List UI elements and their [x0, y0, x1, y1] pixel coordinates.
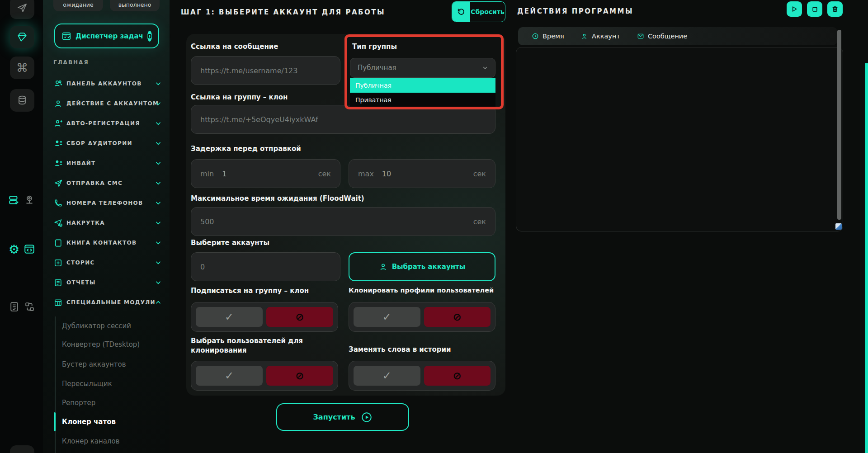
- group-type-select[interactable]: Публичная: [350, 58, 495, 78]
- step-title: ШАГ 1: ВЫБЕРИТЕ АККАУНТ ДЛЯ РАБОТЫ: [181, 8, 385, 16]
- sidebar-item-label: ОТЧЕТЫ: [66, 279, 96, 286]
- deny-option-button[interactable]: ⊘: [266, 307, 333, 327]
- sidebar-item-audience-collect[interactable]: СБОР АУДИТОРИИ: [53, 138, 162, 148]
- tab-pending-label: ожидание: [63, 1, 93, 8]
- group-type-value: Публичная: [358, 64, 396, 72]
- database-icon: [15, 94, 29, 107]
- sidebar-item-auto-registration[interactable]: АВТО-РЕГИСТРАЦИЯ: [53, 118, 162, 128]
- select-accounts-label: Выбрать аккаунты: [392, 263, 466, 271]
- chevron-down-icon: [155, 238, 162, 248]
- tab-pending[interactable]: ожидание: [53, 0, 103, 11]
- sidebar-item-reports[interactable]: ОТЧЕТЫ: [53, 278, 162, 288]
- task-manager-icon: [61, 31, 71, 41]
- sidebar-item-contact-book[interactable]: КНИГА КОНТАКТОВ: [53, 238, 162, 248]
- chevron-down-icon: [155, 178, 162, 188]
- log-col-message: Сообщение: [637, 27, 687, 45]
- chevron-down-icon: [155, 79, 162, 89]
- paper-plane-plus-icon: [53, 218, 63, 228]
- server-check-icon[interactable]: [7, 193, 21, 207]
- deny-option-button[interactable]: ⊘: [424, 366, 491, 386]
- check-option-button[interactable]: ✓: [354, 307, 420, 327]
- delay-max-prefix: max: [358, 170, 374, 178]
- paper-plane-icon: [15, 1, 29, 14]
- sidebar-item-sms-send[interactable]: ОТПРАВКА СМС: [53, 178, 162, 188]
- submodule-forwarder[interactable]: Пересыльщик: [62, 380, 112, 389]
- scrollbar-thumb[interactable]: [837, 30, 841, 220]
- group-type-option-private[interactable]: Приватная: [350, 93, 495, 107]
- sidebar-item-special-modules[interactable]: СПЕЦИАЛЬНЫЕ МОДУЛИ: [53, 297, 162, 307]
- command-icon: ⌘: [16, 61, 28, 75]
- document-check-icon[interactable]: [7, 300, 21, 313]
- modules-icon: [53, 298, 63, 307]
- swap-icon[interactable]: [23, 300, 36, 313]
- group-type-label: Тип группы: [352, 42, 397, 51]
- submodule-session-duplicator[interactable]: Дубликатор сессий: [62, 322, 131, 331]
- select-accounts-button[interactable]: Выбрать аккаунты: [349, 252, 495, 281]
- sidebar-item-boosting[interactable]: НАКРУТКА: [53, 218, 162, 228]
- plus-square-icon: [53, 258, 63, 268]
- chevron-down-icon: [155, 218, 162, 228]
- check-option-button[interactable]: ✓: [196, 307, 263, 327]
- submodule-channel-cloner[interactable]: Клонер каналов: [62, 437, 120, 446]
- toggle-replace-words: ✓ ⊘: [349, 361, 495, 391]
- check-option-button[interactable]: ✓: [354, 366, 420, 386]
- sidebar-item-accounts-panel[interactable]: ПАНЕЛЬ АККАУНТОВ: [53, 79, 162, 89]
- clock-icon: [531, 33, 539, 40]
- tab-done[interactable]: выполнено: [110, 0, 160, 11]
- mail-icon: [637, 33, 644, 40]
- message-link-input[interactable]: https://t.me/username/123: [191, 56, 340, 85]
- run-button[interactable]: [787, 1, 802, 17]
- send-tool-button[interactable]: [10, 0, 34, 19]
- sidebar-item-invite[interactable]: ИНВАЙТ: [53, 158, 162, 168]
- sidebar-item-stories[interactable]: СТОРИС: [53, 258, 162, 268]
- submodule-reporter[interactable]: Репортер: [62, 399, 95, 408]
- submodule-chat-cloner[interactable]: Клонер чатов: [62, 418, 116, 427]
- submodule-account-booster[interactable]: Бустер аккаунтов: [62, 360, 126, 369]
- code-window-icon[interactable]: [23, 242, 36, 256]
- delay-max-value: 10: [382, 170, 391, 178]
- resize-grip-icon[interactable]: [835, 223, 842, 230]
- sidebar-item-label: ОТПРАВКА СМС: [66, 180, 123, 186]
- deny-option-button[interactable]: ⊘: [424, 307, 491, 327]
- check-option-button[interactable]: ✓: [196, 366, 263, 386]
- prohibit-icon: ⊘: [453, 311, 462, 323]
- start-button[interactable]: Запустить: [276, 403, 409, 431]
- sidebar-item-account-action[interactable]: ДЕЙСТВИЕ С АККАУНТОМ: [53, 99, 162, 109]
- sidebar-item-label: СБОР АУДИТОРИИ: [66, 140, 132, 146]
- check-icon: ✓: [225, 311, 234, 323]
- log-col-time: Время: [531, 27, 564, 45]
- bottom-tool-button[interactable]: [10, 445, 34, 453]
- sidebar-section-label: ГЛАВНАЯ: [53, 59, 89, 66]
- sidebar-item-phone-numbers[interactable]: НОМЕРА ТЕЛЕФОНОВ: [53, 198, 162, 208]
- floodwait-input[interactable]: 500 сек: [191, 207, 495, 236]
- database-tool-button[interactable]: [10, 89, 34, 112]
- stop-button[interactable]: [807, 1, 822, 17]
- reset-button-label: Сбросить: [470, 2, 505, 22]
- group-type-option-public[interactable]: Публичная: [350, 78, 495, 93]
- toggle-replace-words-label: Заменять слова в истории: [349, 345, 451, 354]
- message-link-label: Ссылка на сообщение: [191, 42, 278, 51]
- log-col-message-label: Сообщение: [648, 33, 687, 40]
- toggle-clone-profiles: ✓ ⊘: [349, 302, 495, 332]
- active-submodule-bar: [54, 412, 56, 431]
- paper-plane-icon: [53, 179, 63, 188]
- deny-option-button[interactable]: ⊘: [266, 366, 333, 386]
- submodule-converter[interactable]: Конвертер (TDesktop): [62, 340, 140, 349]
- contacts-book-icon: [53, 238, 63, 248]
- person-plus-icon: [53, 119, 63, 128]
- diamond-icon: [15, 30, 29, 44]
- reset-button[interactable]: Сбросить: [452, 1, 505, 22]
- log-output-area[interactable]: [516, 47, 843, 231]
- task-manager-button[interactable]: Диспетчер задач 0: [54, 24, 159, 48]
- delay-max-input[interactable]: max 10 сек: [349, 159, 495, 188]
- clear-log-button[interactable]: [827, 1, 843, 17]
- gear-icon[interactable]: ⚙: [7, 242, 21, 256]
- screencast-icon[interactable]: [23, 193, 36, 207]
- delay-min-input[interactable]: min 1 сек: [191, 159, 340, 188]
- command-tool-button[interactable]: ⌘: [10, 57, 34, 79]
- trash-icon: [831, 5, 839, 13]
- accounts-count-input[interactable]: 0: [191, 252, 340, 281]
- chevron-down-icon: [482, 65, 488, 71]
- premium-tool-button[interactable]: [10, 26, 34, 48]
- right-edge-accent-bar: [865, 63, 868, 453]
